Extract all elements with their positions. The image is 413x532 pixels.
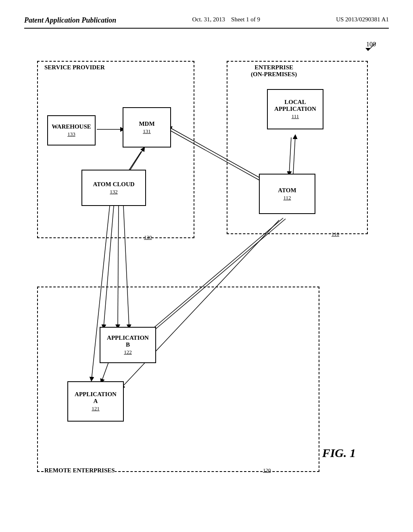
app-a-node: APPLICATION A 121 [67,381,124,422]
service-provider-box [37,61,194,238]
service-provider-label: SERVICE PROVIDER [44,64,105,71]
page: Patent Application Publication Oct. 31, … [0,0,413,532]
header-right: US 2013/0290381 A1 [336,16,389,23]
local-app-node: LOCAL APPLICATION 111 [267,89,323,129]
service-provider-ref: 130 [144,234,152,241]
remote-enterprises-label: REMOTE ENTERPRISES [44,467,115,474]
atom-node: ATOM 112 [259,174,315,214]
app-b-node: APPLICATION B 122 [100,327,156,363]
diagram-area: 100 SERVICE PROVIDER ENTERPRISE (ON-PREM… [25,37,388,500]
mdm-node: MDM 131 [123,107,171,148]
remote-enterprises-box [37,287,319,472]
enterprise-label: ENTERPRISE (ON-PREMISES) [251,64,297,78]
fig-label: FIG. 1 [322,446,356,460]
atom-cloud-node: ATOM CLOUD 132 [81,170,146,206]
header-center: Oct. 31, 2013 Sheet 1 of 9 [192,16,260,23]
header-left: Patent Application Publication [24,16,116,25]
enterprise-ref: 110 [332,231,339,237]
warehouse-node: WAREHOUSE 133 [47,115,96,145]
remote-enterprises-ref: 120 [263,467,271,474]
ref-100-arrow [356,37,388,61]
svg-line-0 [368,43,376,51]
header: Patent Application Publication Oct. 31, … [24,16,389,29]
